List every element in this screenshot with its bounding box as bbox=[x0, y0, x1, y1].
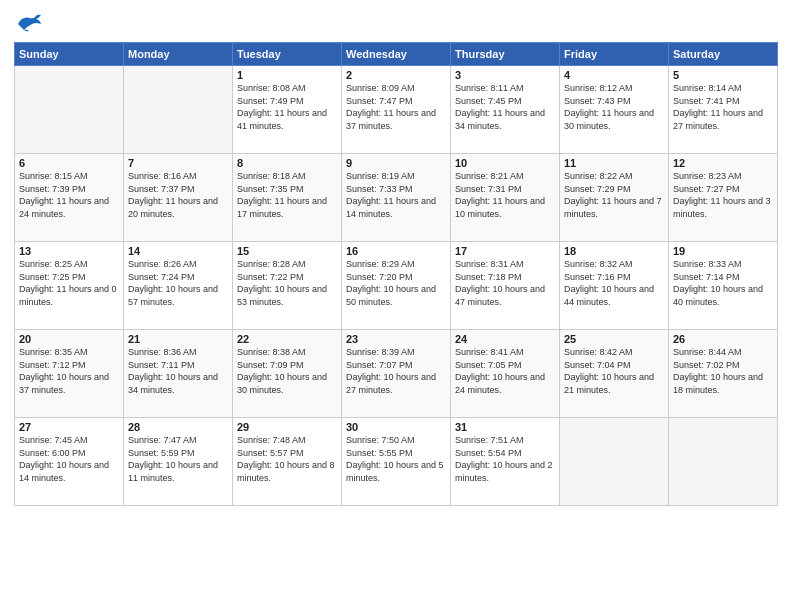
calendar-cell: 13Sunrise: 8:25 AMSunset: 7:25 PMDayligh… bbox=[15, 242, 124, 330]
calendar-cell: 16Sunrise: 8:29 AMSunset: 7:20 PMDayligh… bbox=[342, 242, 451, 330]
day-number: 28 bbox=[128, 421, 228, 433]
day-number: 14 bbox=[128, 245, 228, 257]
calendar-week-3: 13Sunrise: 8:25 AMSunset: 7:25 PMDayligh… bbox=[15, 242, 778, 330]
logo-icon bbox=[14, 12, 42, 34]
day-header-thursday: Thursday bbox=[451, 43, 560, 66]
calendar-cell: 3Sunrise: 8:11 AMSunset: 7:45 PMDaylight… bbox=[451, 66, 560, 154]
day-info: Sunrise: 8:15 AMSunset: 7:39 PMDaylight:… bbox=[19, 170, 119, 220]
day-header-sunday: Sunday bbox=[15, 43, 124, 66]
calendar-cell: 26Sunrise: 8:44 AMSunset: 7:02 PMDayligh… bbox=[669, 330, 778, 418]
day-info: Sunrise: 8:29 AMSunset: 7:20 PMDaylight:… bbox=[346, 258, 446, 308]
calendar-cell: 17Sunrise: 8:31 AMSunset: 7:18 PMDayligh… bbox=[451, 242, 560, 330]
day-info: Sunrise: 7:45 AMSunset: 6:00 PMDaylight:… bbox=[19, 434, 119, 484]
calendar-table: SundayMondayTuesdayWednesdayThursdayFrid… bbox=[14, 42, 778, 506]
calendar-cell: 11Sunrise: 8:22 AMSunset: 7:29 PMDayligh… bbox=[560, 154, 669, 242]
day-header-wednesday: Wednesday bbox=[342, 43, 451, 66]
calendar-cell: 25Sunrise: 8:42 AMSunset: 7:04 PMDayligh… bbox=[560, 330, 669, 418]
day-info: Sunrise: 8:28 AMSunset: 7:22 PMDaylight:… bbox=[237, 258, 337, 308]
calendar-cell: 19Sunrise: 8:33 AMSunset: 7:14 PMDayligh… bbox=[669, 242, 778, 330]
day-info: Sunrise: 8:12 AMSunset: 7:43 PMDaylight:… bbox=[564, 82, 664, 132]
calendar-cell: 28Sunrise: 7:47 AMSunset: 5:59 PMDayligh… bbox=[124, 418, 233, 506]
day-header-monday: Monday bbox=[124, 43, 233, 66]
calendar-week-4: 20Sunrise: 8:35 AMSunset: 7:12 PMDayligh… bbox=[15, 330, 778, 418]
day-header-saturday: Saturday bbox=[669, 43, 778, 66]
calendar-cell: 7Sunrise: 8:16 AMSunset: 7:37 PMDaylight… bbox=[124, 154, 233, 242]
day-number: 22 bbox=[237, 333, 337, 345]
day-number: 20 bbox=[19, 333, 119, 345]
day-number: 15 bbox=[237, 245, 337, 257]
day-info: Sunrise: 7:47 AMSunset: 5:59 PMDaylight:… bbox=[128, 434, 228, 484]
day-header-tuesday: Tuesday bbox=[233, 43, 342, 66]
day-info: Sunrise: 8:42 AMSunset: 7:04 PMDaylight:… bbox=[564, 346, 664, 396]
day-number: 23 bbox=[346, 333, 446, 345]
calendar-cell bbox=[124, 66, 233, 154]
day-info: Sunrise: 8:25 AMSunset: 7:25 PMDaylight:… bbox=[19, 258, 119, 308]
calendar-cell bbox=[669, 418, 778, 506]
calendar-cell: 2Sunrise: 8:09 AMSunset: 7:47 PMDaylight… bbox=[342, 66, 451, 154]
day-header-friday: Friday bbox=[560, 43, 669, 66]
calendar-cell bbox=[560, 418, 669, 506]
day-info: Sunrise: 8:38 AMSunset: 7:09 PMDaylight:… bbox=[237, 346, 337, 396]
header bbox=[14, 12, 778, 34]
day-number: 13 bbox=[19, 245, 119, 257]
day-number: 9 bbox=[346, 157, 446, 169]
day-info: Sunrise: 8:31 AMSunset: 7:18 PMDaylight:… bbox=[455, 258, 555, 308]
calendar-week-1: 1Sunrise: 8:08 AMSunset: 7:49 PMDaylight… bbox=[15, 66, 778, 154]
calendar-page: SundayMondayTuesdayWednesdayThursdayFrid… bbox=[0, 0, 792, 612]
calendar-cell: 6Sunrise: 8:15 AMSunset: 7:39 PMDaylight… bbox=[15, 154, 124, 242]
day-info: Sunrise: 8:36 AMSunset: 7:11 PMDaylight:… bbox=[128, 346, 228, 396]
calendar-cell: 27Sunrise: 7:45 AMSunset: 6:00 PMDayligh… bbox=[15, 418, 124, 506]
day-number: 21 bbox=[128, 333, 228, 345]
day-number: 17 bbox=[455, 245, 555, 257]
calendar-cell bbox=[15, 66, 124, 154]
calendar-week-2: 6Sunrise: 8:15 AMSunset: 7:39 PMDaylight… bbox=[15, 154, 778, 242]
logo bbox=[14, 12, 46, 34]
day-number: 29 bbox=[237, 421, 337, 433]
day-info: Sunrise: 8:18 AMSunset: 7:35 PMDaylight:… bbox=[237, 170, 337, 220]
day-number: 5 bbox=[673, 69, 773, 81]
day-number: 30 bbox=[346, 421, 446, 433]
calendar-cell: 20Sunrise: 8:35 AMSunset: 7:12 PMDayligh… bbox=[15, 330, 124, 418]
day-info: Sunrise: 8:44 AMSunset: 7:02 PMDaylight:… bbox=[673, 346, 773, 396]
day-number: 8 bbox=[237, 157, 337, 169]
day-number: 25 bbox=[564, 333, 664, 345]
calendar-cell: 12Sunrise: 8:23 AMSunset: 7:27 PMDayligh… bbox=[669, 154, 778, 242]
day-info: Sunrise: 8:32 AMSunset: 7:16 PMDaylight:… bbox=[564, 258, 664, 308]
day-number: 1 bbox=[237, 69, 337, 81]
day-info: Sunrise: 8:08 AMSunset: 7:49 PMDaylight:… bbox=[237, 82, 337, 132]
calendar-cell: 24Sunrise: 8:41 AMSunset: 7:05 PMDayligh… bbox=[451, 330, 560, 418]
day-number: 16 bbox=[346, 245, 446, 257]
day-info: Sunrise: 8:39 AMSunset: 7:07 PMDaylight:… bbox=[346, 346, 446, 396]
day-info: Sunrise: 8:14 AMSunset: 7:41 PMDaylight:… bbox=[673, 82, 773, 132]
day-info: Sunrise: 8:33 AMSunset: 7:14 PMDaylight:… bbox=[673, 258, 773, 308]
day-number: 4 bbox=[564, 69, 664, 81]
day-number: 27 bbox=[19, 421, 119, 433]
day-info: Sunrise: 7:51 AMSunset: 5:54 PMDaylight:… bbox=[455, 434, 555, 484]
day-info: Sunrise: 8:35 AMSunset: 7:12 PMDaylight:… bbox=[19, 346, 119, 396]
calendar-cell: 9Sunrise: 8:19 AMSunset: 7:33 PMDaylight… bbox=[342, 154, 451, 242]
day-number: 31 bbox=[455, 421, 555, 433]
day-number: 26 bbox=[673, 333, 773, 345]
day-info: Sunrise: 8:09 AMSunset: 7:47 PMDaylight:… bbox=[346, 82, 446, 132]
calendar-cell: 30Sunrise: 7:50 AMSunset: 5:55 PMDayligh… bbox=[342, 418, 451, 506]
calendar-cell: 5Sunrise: 8:14 AMSunset: 7:41 PMDaylight… bbox=[669, 66, 778, 154]
day-info: Sunrise: 8:23 AMSunset: 7:27 PMDaylight:… bbox=[673, 170, 773, 220]
day-info: Sunrise: 8:11 AMSunset: 7:45 PMDaylight:… bbox=[455, 82, 555, 132]
day-number: 3 bbox=[455, 69, 555, 81]
calendar-cell: 14Sunrise: 8:26 AMSunset: 7:24 PMDayligh… bbox=[124, 242, 233, 330]
day-info: Sunrise: 8:22 AMSunset: 7:29 PMDaylight:… bbox=[564, 170, 664, 220]
header-row: SundayMondayTuesdayWednesdayThursdayFrid… bbox=[15, 43, 778, 66]
calendar-cell: 22Sunrise: 8:38 AMSunset: 7:09 PMDayligh… bbox=[233, 330, 342, 418]
calendar-cell: 8Sunrise: 8:18 AMSunset: 7:35 PMDaylight… bbox=[233, 154, 342, 242]
day-info: Sunrise: 8:26 AMSunset: 7:24 PMDaylight:… bbox=[128, 258, 228, 308]
calendar-cell: 23Sunrise: 8:39 AMSunset: 7:07 PMDayligh… bbox=[342, 330, 451, 418]
calendar-cell: 29Sunrise: 7:48 AMSunset: 5:57 PMDayligh… bbox=[233, 418, 342, 506]
calendar-week-5: 27Sunrise: 7:45 AMSunset: 6:00 PMDayligh… bbox=[15, 418, 778, 506]
day-number: 11 bbox=[564, 157, 664, 169]
day-number: 7 bbox=[128, 157, 228, 169]
day-number: 24 bbox=[455, 333, 555, 345]
calendar-cell: 18Sunrise: 8:32 AMSunset: 7:16 PMDayligh… bbox=[560, 242, 669, 330]
day-number: 10 bbox=[455, 157, 555, 169]
day-number: 2 bbox=[346, 69, 446, 81]
calendar-cell: 4Sunrise: 8:12 AMSunset: 7:43 PMDaylight… bbox=[560, 66, 669, 154]
